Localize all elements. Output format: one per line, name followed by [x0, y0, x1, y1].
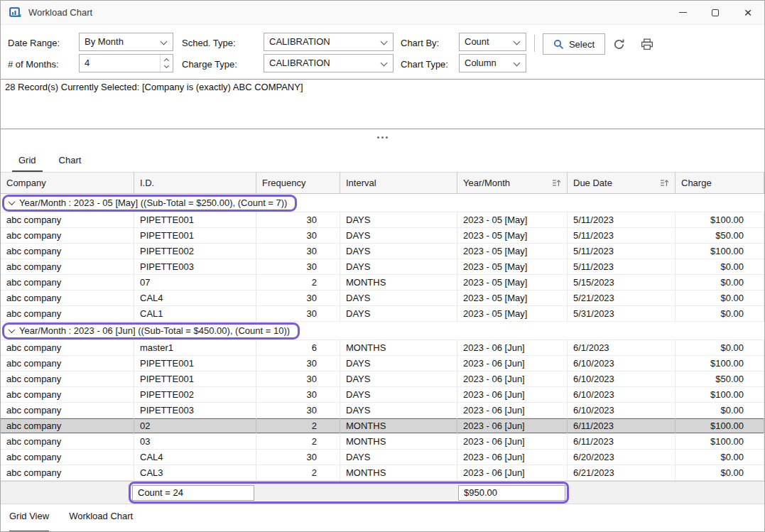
column-header-label: I.D.: [140, 178, 154, 188]
cell: 6/10/2023: [568, 371, 676, 386]
charge-type-label: Charge Type:: [182, 59, 237, 70]
cell: abc company: [1, 340, 134, 355]
cell: abc company: [1, 291, 134, 305]
app-icon: [9, 7, 22, 18]
footer-count-cell: Count = 24: [132, 485, 254, 501]
column-header-due-date[interactable]: Due Date: [568, 173, 676, 193]
close-button[interactable]: ×: [732, 1, 764, 24]
cell: $100.00: [676, 212, 764, 227]
chart-by-label: Chart By:: [401, 38, 439, 48]
sort-ascending-icon[interactable]: [660, 178, 669, 188]
group-header-row[interactable]: Year/Month : 2023 - 06 [Jun] ((Sub-Total…: [1, 322, 764, 340]
cell: DAYS: [340, 212, 457, 227]
tab-grid-view[interactable]: Grid View: [9, 511, 49, 532]
cell: DAYS: [340, 291, 457, 305]
table-row[interactable]: abc company072MONTHS2023 - 05 [May]5/15/…: [1, 275, 764, 291]
num-months-label: # of Months:: [8, 59, 59, 70]
cell: 2023 - 06 [Jun]: [457, 371, 568, 386]
cell: $100.00: [676, 244, 764, 259]
column-header-charge[interactable]: Charge: [676, 173, 764, 193]
cell: 30: [256, 450, 340, 465]
table-row[interactable]: abc company032MONTHS2023 - 06 [Jun]6/11/…: [1, 434, 764, 450]
minimize-button[interactable]: [666, 1, 699, 24]
selection-summary[interactable]: 28 Record(s) Currently Selected: [Compan…: [1, 79, 764, 129]
sort-ascending-icon[interactable]: [552, 178, 561, 188]
num-months-stepper[interactable]: 4: [79, 54, 173, 72]
cell: $0.00: [676, 306, 764, 321]
cell: 6/10/2023: [568, 356, 676, 371]
column-header-interval[interactable]: Interval: [340, 173, 457, 193]
splitter-dots-icon: [381, 136, 384, 139]
title-bar: Workload Chart ×: [1, 1, 764, 25]
refresh-icon[interactable]: [611, 36, 626, 52]
column-header-i-d[interactable]: I.D.: [134, 173, 256, 193]
table-row[interactable]: abc companyPIPETTE00130DAYS2023 - 06 [Ju…: [1, 356, 764, 371]
table-row[interactable]: abc companyPIPETTE00130DAYS2023 - 06 [Ju…: [1, 371, 764, 387]
cell: DAYS: [340, 371, 457, 386]
charge-type-dropdown[interactable]: CALIBRATION: [264, 54, 394, 72]
search-icon: [553, 39, 564, 50]
splitter-handle[interactable]: [1, 129, 764, 145]
column-header-label: Company: [6, 178, 46, 188]
table-row[interactable]: abc companyCAL430DAYS2023 - 05 [May]5/21…: [1, 291, 764, 306]
cell: 2023 - 06 [Jun]: [457, 340, 568, 355]
cell: 30: [256, 259, 340, 274]
cell: 6/20/2023: [568, 450, 676, 465]
chart-by-dropdown[interactable]: Count: [459, 33, 526, 51]
select-button-label: Select: [569, 39, 595, 50]
cell: abc company: [1, 371, 134, 386]
cell: 6/21/2023: [568, 465, 676, 480]
cell: abc company: [1, 244, 134, 259]
chevron-down-icon[interactable]: [9, 198, 16, 205]
cell: $0.00: [676, 259, 764, 274]
cell: $0.00: [676, 340, 764, 355]
table-row[interactable]: abc companyPIPETTE00130DAYS2023 - 05 [Ma…: [1, 212, 764, 228]
column-header-year-month[interactable]: Year/Month: [457, 173, 568, 193]
select-button[interactable]: Select: [543, 33, 605, 55]
cell: DAYS: [340, 450, 457, 465]
tab-grid[interactable]: Grid: [12, 155, 43, 172]
date-range-dropdown[interactable]: By Month: [79, 33, 173, 51]
table-row[interactable]: abc companyPIPETTE00130DAYS2023 - 05 [Ma…: [1, 228, 764, 244]
cell: abc company: [1, 434, 134, 449]
cell: abc company: [1, 465, 134, 480]
cell: abc company: [1, 259, 134, 274]
cell: 30: [256, 244, 340, 259]
cell: 30: [256, 356, 340, 371]
table-row[interactable]: abc companymaster16MONTHS2023 - 06 [Jun]…: [1, 340, 764, 356]
table-row[interactable]: abc companyPIPETTE00330DAYS2023 - 06 [Ju…: [1, 403, 764, 418]
table-row[interactable]: abc companyPIPETTE00230DAYS2023 - 05 [Ma…: [1, 244, 764, 259]
cell: $100.00: [676, 434, 764, 449]
stepper-buttons: [160, 55, 173, 72]
column-header-frequency[interactable]: Frequency: [256, 173, 340, 193]
annotation-highlight: Count = 24 $950.00: [129, 482, 569, 504]
sched-type-dropdown[interactable]: CALIBRATION: [264, 33, 394, 51]
annotation-highlight: Year/Month : 2023 - 05 [May] ((Sub-Total…: [2, 195, 297, 212]
date-range-label: Date Range:: [8, 38, 60, 48]
table-row[interactable]: abc company022MONTHS2023 - 06 [Jun]6/11/…: [1, 418, 764, 434]
chevron-down-icon[interactable]: [9, 326, 16, 333]
column-header-company[interactable]: Company: [1, 173, 134, 193]
group-header-row[interactable]: Year/Month : 2023 - 05 [May] ((Sub-Total…: [1, 194, 764, 212]
column-header-label: Year/Month: [463, 178, 510, 188]
chart-type-dropdown[interactable]: Column: [459, 54, 526, 72]
table-row[interactable]: abc companyPIPETTE00230DAYS2023 - 06 [Ju…: [1, 387, 764, 403]
cell: abc company: [1, 212, 134, 227]
cell: 30: [256, 212, 340, 227]
table-row[interactable]: abc companyCAL430DAYS2023 - 06 [Jun]6/20…: [1, 450, 764, 465]
cell: 30: [256, 403, 340, 418]
spinner-down-icon[interactable]: [164, 63, 169, 68]
num-months-value: 4: [85, 58, 89, 68]
cell: 5/31/2023: [568, 306, 676, 321]
table-row[interactable]: abc companyCAL32MONTHS2023 - 06 [Jun]6/2…: [1, 465, 764, 481]
cell: CAL4: [134, 450, 256, 465]
chart-type-label: Chart Type:: [401, 59, 448, 70]
table-row[interactable]: abc companyCAL130DAYS2023 - 05 [May]5/31…: [1, 306, 764, 322]
tab-chart[interactable]: Chart: [53, 155, 88, 172]
tab-workload-chart[interactable]: Workload Chart: [69, 511, 133, 532]
cell: 5/11/2023: [568, 244, 676, 259]
maximize-button[interactable]: [699, 1, 732, 24]
table-row[interactable]: abc companyPIPETTE00330DAYS2023 - 05 [Ma…: [1, 259, 764, 275]
date-range-value: By Month: [85, 36, 124, 47]
print-icon[interactable]: [639, 36, 655, 52]
